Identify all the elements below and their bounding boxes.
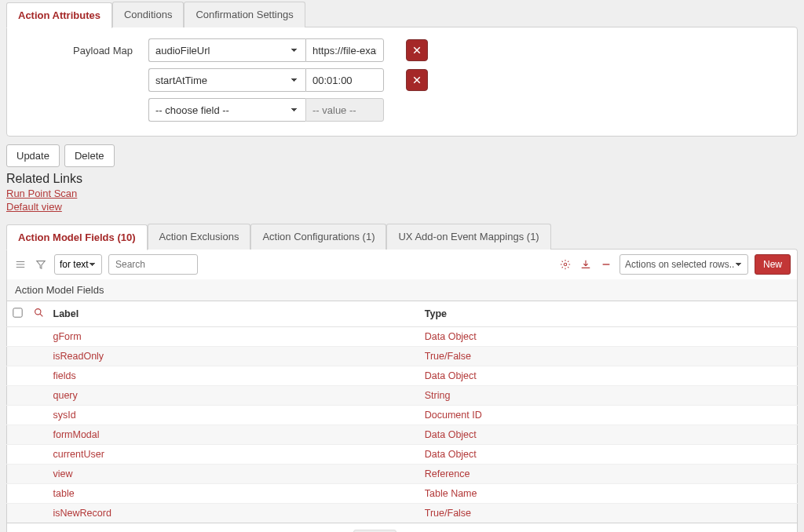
- row-type-link[interactable]: String: [425, 390, 451, 401]
- row-label-link[interactable]: table: [53, 488, 75, 499]
- row-select-cell: [7, 366, 29, 385]
- row-type-link[interactable]: Data Object: [425, 331, 477, 342]
- tab-action-configurations[interactable]: Action Configurations (1): [250, 224, 386, 250]
- payload-map-row-1: Payload Map audioFileUrl: [18, 38, 786, 62]
- payload-value-input-1[interactable]: [305, 38, 384, 62]
- minus-icon[interactable]: [599, 257, 613, 271]
- row-type-link[interactable]: Table Name: [425, 488, 477, 499]
- row-action-cell: [29, 425, 49, 444]
- table-row: formModalData Object: [7, 425, 798, 444]
- row-label: sysId: [49, 405, 420, 425]
- table-row: queryString: [7, 385, 798, 405]
- row-select-cell: [7, 483, 29, 503]
- payload-map-label-text: Payload Map: [73, 45, 133, 56]
- row-type-link[interactable]: Data Object: [425, 449, 477, 460]
- row-type: Document ID: [420, 405, 798, 425]
- tab-confirmation-settings[interactable]: Confirmation Settings: [184, 2, 305, 27]
- tab-conditions[interactable]: Conditions: [112, 2, 184, 27]
- list-toolbar: for text Actions on selected rows... New: [6, 249, 798, 279]
- row-label: fields: [49, 366, 420, 385]
- select-all-checkbox[interactable]: [13, 308, 23, 317]
- row-action-cell: [29, 326, 49, 346]
- row-type-link[interactable]: True/False: [425, 508, 471, 519]
- filter-icon[interactable]: [34, 257, 48, 271]
- row-select-cell: [7, 464, 29, 483]
- row-label: query: [49, 385, 420, 405]
- row-select-cell: [7, 425, 29, 444]
- row-label-link[interactable]: view: [53, 468, 73, 479]
- search-input[interactable]: [108, 254, 198, 275]
- row-select-cell: [7, 326, 29, 346]
- tab-ux-addon-event-mappings[interactable]: UX Add-on Event Mappings (1): [386, 224, 550, 250]
- payload-key-select-2[interactable]: startAtTime: [148, 68, 305, 92]
- payload-map-row-new: -- choose field --: [18, 98, 786, 122]
- row-type-link[interactable]: Data Object: [425, 370, 477, 381]
- tab-action-exclusions[interactable]: Action Exclusions: [148, 224, 251, 250]
- table-row: gFormData Object: [7, 326, 798, 346]
- row-label-link[interactable]: formModal: [53, 429, 100, 440]
- link-default-view[interactable]: Default view: [6, 201, 62, 214]
- table-row: currentUserData Object: [7, 444, 798, 464]
- row-label-link[interactable]: isNewRecord: [53, 508, 111, 519]
- row-actions-select[interactable]: Actions on selected rows...: [619, 254, 748, 275]
- row-label-link[interactable]: query: [53, 390, 78, 401]
- payload-key-select-new[interactable]: -- choose field --: [148, 98, 305, 122]
- row-label: formModal: [49, 425, 420, 444]
- row-type: Data Object: [420, 425, 798, 444]
- row-label-link[interactable]: gForm: [53, 331, 82, 342]
- link-run-point-scan[interactable]: Run Point Scan: [6, 188, 77, 201]
- table-search-icon[interactable]: [34, 309, 44, 320]
- row-label-link[interactable]: sysId: [53, 410, 76, 421]
- table-row: viewReference: [7, 464, 798, 483]
- update-button[interactable]: Update: [6, 144, 60, 167]
- payload-value-input-2[interactable]: [305, 68, 384, 92]
- list-title: Action Model Fields: [6, 279, 798, 301]
- payload-map-label: Payload Map: [18, 45, 144, 56]
- row-label: currentUser: [49, 444, 420, 464]
- form-actions: Update Delete: [6, 144, 798, 167]
- row-label: view: [49, 464, 420, 483]
- download-icon[interactable]: [579, 257, 593, 271]
- menu-icon[interactable]: [13, 257, 27, 271]
- row-action-cell: [29, 366, 49, 385]
- table-row: fieldsData Object: [7, 366, 798, 385]
- delete-button[interactable]: Delete: [64, 144, 115, 167]
- row-type-link[interactable]: True/False: [425, 351, 471, 362]
- row-label-link[interactable]: fields: [53, 370, 76, 381]
- row-type: String: [420, 385, 798, 405]
- row-label-link[interactable]: isReadOnly: [53, 351, 104, 362]
- row-type-link[interactable]: Reference: [425, 468, 470, 479]
- row-type: True/False: [420, 346, 798, 366]
- payload-kv-new: -- choose field --: [148, 98, 384, 122]
- payload-kv-2: startAtTime: [148, 68, 384, 92]
- new-button[interactable]: New: [755, 254, 791, 275]
- row-label-link[interactable]: currentUser: [53, 449, 104, 460]
- related-links-heading: Related Links: [6, 172, 798, 186]
- search-scope-select[interactable]: for text: [54, 254, 102, 275]
- row-type-link[interactable]: Data Object: [425, 429, 477, 440]
- row-type-link[interactable]: Document ID: [425, 410, 482, 421]
- col-type[interactable]: Type: [420, 301, 798, 327]
- svg-point-2: [35, 308, 40, 314]
- row-action-cell: [29, 385, 49, 405]
- gear-icon[interactable]: [558, 257, 572, 271]
- payload-map-row-2: startAtTime: [18, 68, 786, 92]
- tab-action-model-fields[interactable]: Action Model Fields (10): [6, 224, 148, 250]
- payload-key-select-1[interactable]: audioFileUrl: [148, 38, 305, 62]
- top-tabs: Action Attributes Conditions Confirmatio…: [6, 2, 798, 27]
- tab-action-attributes[interactable]: Action Attributes: [6, 2, 112, 28]
- row-action-cell: [29, 464, 49, 483]
- row-label: gForm: [49, 326, 420, 346]
- table-row: isNewRecordTrue/False: [7, 503, 798, 523]
- remove-row-button-2[interactable]: [406, 69, 428, 91]
- remove-row-button-1[interactable]: [406, 39, 428, 61]
- related-links: Related Links Run Point Scan Default vie…: [6, 172, 798, 214]
- model-fields-table: Label Type gFormData ObjectisReadOnlyTru…: [6, 301, 798, 523]
- col-label[interactable]: Label: [49, 301, 420, 327]
- action-attributes-panel: Payload Map audioFileUrl startAtTime: [6, 27, 798, 137]
- row-label: isNewRecord: [49, 503, 420, 523]
- table-row: isReadOnlyTrue/False: [7, 346, 798, 366]
- row-type: Data Object: [420, 444, 798, 464]
- table-row: sysIdDocument ID: [7, 405, 798, 425]
- row-action-cell: [29, 503, 49, 523]
